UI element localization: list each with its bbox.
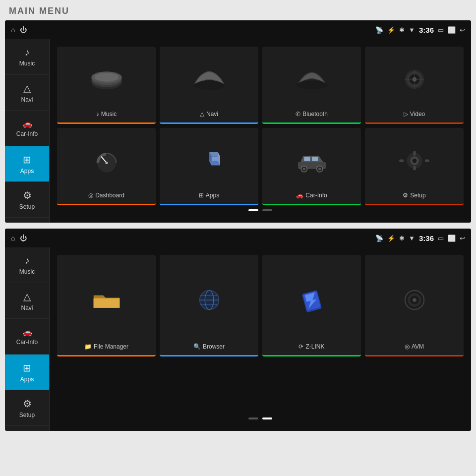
sidebar-label-music-1: Music — [19, 60, 35, 67]
dot-2-inactive[interactable] — [248, 417, 258, 419]
sidebar-item-music-2[interactable]: ♪ Music — [5, 247, 49, 283]
setup-icon-sidebar: ⚙ — [23, 189, 32, 201]
setup-label: ⚙ Setup — [403, 192, 425, 199]
tablet-icon-2: ▭ — [438, 235, 444, 242]
main-content-2: 📁 File Manager — [50, 247, 471, 431]
status-right-2: 📡 ⚡ ✱ ▼ 3:36 ▭ ⬜ ↩ — [375, 234, 465, 242]
sidebar-item-navi-1[interactable]: △ Navi — [5, 75, 49, 111]
setup-icon-sidebar-2: ⚙ — [23, 398, 32, 410]
svg-point-31 — [412, 159, 416, 163]
music-icon-sidebar: ♪ — [25, 47, 30, 58]
sidebar-item-apps-1[interactable]: ⊞ Apps — [5, 146, 49, 182]
carinfo-label: 🚗 Car-Info — [296, 192, 327, 199]
navi-visual — [192, 66, 227, 93]
sidebar-label-carinfo-1: Car-Info — [16, 130, 38, 137]
usb-icon: ⚡ — [387, 26, 395, 34]
tablet-icon: ▭ — [438, 26, 444, 34]
setup-visual — [397, 147, 432, 175]
grid-item-setup[interactable]: ⚙ Setup — [365, 128, 464, 205]
svg-rect-32 — [413, 151, 416, 156]
grid-item-dashboard[interactable]: ◎ Dashboard — [57, 128, 156, 205]
avm-visual — [397, 287, 432, 314]
sidebar-item-navi-2[interactable]: △ Navi — [5, 283, 49, 319]
navi-icon-sidebar: △ — [23, 82, 31, 94]
sidebar-label-music-2: Music — [19, 268, 35, 275]
sidebar-1: ♪ Music △ Navi 🚗 Car-Info ⊞ Apps ⚙ Setup — [5, 39, 50, 223]
dashboard-visual — [89, 147, 124, 175]
apps-icon-sidebar: ⊞ — [23, 154, 31, 166]
navi-icon-area — [165, 52, 253, 108]
screen-body-2: ♪ Music △ Navi 🚗 Car-Info ⊞ Apps ⚙ Setup — [5, 247, 471, 431]
grid-item-zlink[interactable]: ⟳ Z-LINK — [262, 255, 361, 357]
grid-item-music[interactable]: ♪ Music — [57, 47, 156, 124]
screen-2: ⌂ ⏻ 📡 ⚡ ✱ ▼ 3:36 ▭ ⬜ ↩ ♪ Music △ Navi — [5, 229, 471, 431]
grid-item-apps[interactable]: ⊞ Apps — [160, 128, 258, 205]
bluetooth-label: ✆ Bluetooth — [296, 111, 328, 118]
dashboard-icon-area — [62, 133, 151, 189]
svg-rect-23 — [312, 157, 318, 161]
music-icon-area — [62, 52, 151, 108]
home-icon[interactable]: ⌂ — [11, 26, 15, 34]
carinfo-label-icon: 🚗 — [296, 192, 303, 199]
back-icon-2[interactable]: ↩ — [460, 235, 465, 242]
cast-icon-2: 📡 — [375, 235, 383, 242]
music-label-text: Music — [101, 111, 117, 118]
carinfo-label-text: Car-Info — [305, 192, 327, 199]
power-icon[interactable]: ⏻ — [20, 26, 27, 34]
svg-point-47 — [414, 299, 416, 301]
grid-item-navi[interactable]: △ Navi — [160, 47, 258, 124]
navi-icon-sidebar-2: △ — [23, 291, 31, 302]
back-icon[interactable]: ↩ — [460, 26, 465, 34]
music-icon-sidebar-2: ♪ — [25, 255, 30, 266]
video-label-icon: ▷ — [404, 111, 408, 118]
grid-item-browser[interactable]: 🔍 Browser — [160, 255, 258, 357]
status-time-1: 3:36 — [419, 26, 434, 34]
zlink-visual — [295, 287, 329, 314]
video-label-text: Video — [410, 111, 425, 118]
carinfo-icon-sidebar-2: 🚗 — [22, 327, 32, 337]
sidebar-item-carinfo-1[interactable]: 🚗 Car-Info — [5, 111, 49, 146]
dot-2-active[interactable] — [262, 417, 272, 419]
grid-2: 📁 File Manager — [57, 255, 464, 414]
carinfo-visual — [295, 147, 329, 175]
filemanager-icon-area — [62, 260, 151, 340]
windows-icon: ⬜ — [448, 26, 456, 34]
svg-rect-33 — [413, 166, 416, 171]
setup-label-icon: ⚙ — [403, 192, 408, 199]
apps-label-icon: ⊞ — [199, 192, 204, 199]
sidebar-label-setup-1: Setup — [19, 203, 35, 210]
video-icon-area — [370, 52, 459, 108]
sidebar-label-navi-1: Navi — [21, 96, 33, 103]
avm-label-icon: ◎ — [405, 343, 410, 350]
sidebar-item-carinfo-2[interactable]: 🚗 Car-Info — [5, 319, 49, 355]
screen-body-1: ♪ Music △ Navi 🚗 Car-Info ⊞ Apps ⚙ Setup — [5, 39, 471, 223]
bluetooth-icon: ✱ — [399, 26, 405, 34]
status-bar-1: ⌂ ⏻ 📡 ⚡ ✱ ▼ 3:36 ▭ ⬜ ↩ — [5, 20, 471, 39]
zlink-label: ⟳ Z-LINK — [298, 343, 324, 350]
dot-1-active[interactable] — [248, 209, 258, 211]
grid-1: ♪ Music △ Navi — [57, 47, 464, 205]
grid-item-video[interactable]: ▷ Video — [365, 47, 464, 124]
bluetooth-icon-area — [267, 52, 356, 108]
power-icon-2[interactable]: ⏻ — [20, 234, 27, 242]
status-time-2: 3:36 — [419, 234, 434, 242]
avm-label: ◎ AVM — [405, 343, 424, 350]
grid-item-avm[interactable]: ◎ AVM — [365, 255, 464, 357]
browser-label-icon: 🔍 — [193, 343, 201, 350]
sidebar-item-setup-2[interactable]: ⚙ Setup — [5, 390, 49, 426]
main-content-1: ♪ Music △ Navi — [50, 39, 471, 223]
avm-label-text: AVM — [412, 343, 424, 350]
dashboard-label-icon: ◎ — [88, 192, 93, 199]
sidebar-item-apps-2[interactable]: ⊞ Apps — [5, 355, 49, 390]
grid-item-filemanager[interactable]: 📁 File Manager — [57, 255, 156, 357]
sidebar-item-music-1[interactable]: ♪ Music — [5, 39, 49, 75]
sidebar-item-setup-1[interactable]: ⚙ Setup — [5, 182, 49, 218]
home-icon-2[interactable]: ⌂ — [11, 234, 15, 242]
dot-1-inactive[interactable] — [262, 209, 272, 211]
wifi-icon: ▼ — [409, 26, 415, 34]
grid-item-carinfo[interactable]: 🚗 Car-Info — [262, 128, 361, 205]
svg-point-26 — [302, 168, 305, 170]
grid-item-bluetooth[interactable]: ✆ Bluetooth — [262, 47, 361, 124]
screen-1: ⌂ ⏻ 📡 ⚡ ✱ ▼ 3:36 ▭ ⬜ ↩ ♪ Music △ Navi — [5, 20, 471, 223]
usb-icon-2: ⚡ — [387, 235, 395, 242]
